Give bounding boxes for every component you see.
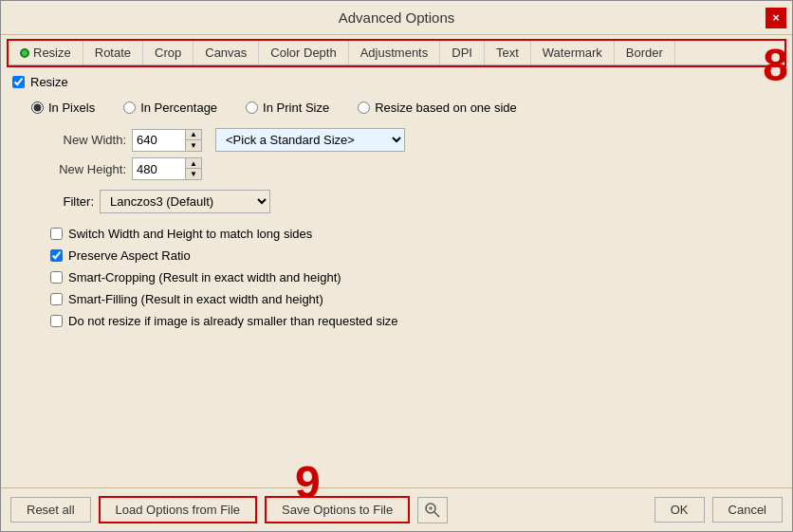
checkbox-row-preserve-aspect[interactable]: Preserve Aspect Ratio xyxy=(50,248,781,263)
title-bar: Advanced Options × xyxy=(1,1,792,35)
annotation-9: 9 xyxy=(295,456,321,508)
checkbox-no-resize-smaller[interactable] xyxy=(50,315,63,327)
tab-label-crop: Crop xyxy=(155,46,181,60)
checkbox-switch-width-height[interactable] xyxy=(50,228,63,240)
checkbox-label-smart-filling: Smart-Filling (Result in exact width and… xyxy=(68,292,323,306)
search-icon xyxy=(424,502,441,519)
tab-label-dpi: DPI xyxy=(452,46,472,60)
tab-watermark[interactable]: Watermark xyxy=(531,41,615,64)
tabs-container: ResizeRotateCropCanvasColor DepthAdjustm… xyxy=(7,39,786,67)
radio-label-in-pixels: In Pixels xyxy=(48,101,95,115)
checkbox-label-smart-cropping: Smart-Cropping (Result in exact width an… xyxy=(68,270,341,284)
tab-crop[interactable]: Crop xyxy=(143,41,194,64)
save-options-button[interactable]: Save Options to File xyxy=(265,496,410,523)
tab-border[interactable]: Border xyxy=(615,41,675,64)
width-spin-buttons: ▲ ▼ xyxy=(185,130,201,151)
tab-label-rotate: Rotate xyxy=(95,46,131,60)
checkbox-row-switch-width-height[interactable]: Switch Width and Height to match long si… xyxy=(50,227,781,241)
content-area: Resize In PixelsIn PercentageIn Print Si… xyxy=(1,67,792,487)
reset-all-button[interactable]: Reset all xyxy=(10,497,91,523)
cancel-button[interactable]: Cancel xyxy=(712,497,783,523)
width-row: New Width: ▲ ▼ <Pick a Standard Size> 80… xyxy=(50,128,781,152)
tab-label-border: Border xyxy=(626,46,663,60)
checkbox-label-switch-width-height: Switch Width and Height to match long si… xyxy=(68,227,312,241)
new-height-input[interactable] xyxy=(133,158,185,179)
filter-label: Filter: xyxy=(50,194,94,209)
standard-size-dropdown[interactable]: <Pick a Standard Size> 800x600 1024x768 … xyxy=(215,128,405,152)
tab-canvas[interactable]: Canvas xyxy=(194,41,259,64)
ok-button[interactable]: OK xyxy=(655,497,705,523)
width-input-group: ▲ ▼ xyxy=(132,129,202,152)
checkbox-preserve-aspect[interactable] xyxy=(50,249,63,262)
checkbox-smart-cropping[interactable] xyxy=(50,271,63,284)
radio-input-in-percentage[interactable] xyxy=(123,101,136,114)
radio-input-resize-one-side[interactable] xyxy=(358,101,370,114)
radio-option-in-print-size[interactable]: In Print Size xyxy=(246,101,329,115)
checkboxes-area: Switch Width and Height to match long si… xyxy=(50,227,781,328)
annotation-8: 8 xyxy=(763,39,788,91)
radio-label-in-print-size: In Print Size xyxy=(263,101,329,115)
tab-resize[interactable]: Resize xyxy=(9,41,83,64)
radio-option-in-percentage[interactable]: In Percentage xyxy=(123,101,217,115)
checkbox-row-smart-cropping[interactable]: Smart-Cropping (Result in exact width an… xyxy=(50,270,781,284)
tabs: ResizeRotateCropCanvasColor DepthAdjustm… xyxy=(9,41,784,65)
tab-dpi[interactable]: DPI xyxy=(440,41,485,64)
tab-rotate[interactable]: Rotate xyxy=(83,41,143,64)
dialog: Advanced Options × 8 ResizeRotateCropCan… xyxy=(0,0,793,532)
height-spin-buttons: ▲ ▼ xyxy=(185,158,201,179)
resize-radio-indicator xyxy=(20,48,29,58)
dialog-title: Advanced Options xyxy=(339,9,455,26)
close-button[interactable]: × xyxy=(765,8,786,28)
new-width-label: New Width: xyxy=(50,133,126,147)
filter-dropdown[interactable]: Lanczos3 (Default) Bilinear Bicubic Box … xyxy=(100,190,270,213)
resize-checkbox[interactable] xyxy=(12,76,25,88)
svg-line-1 xyxy=(434,512,439,517)
height-input-group: ▲ ▼ xyxy=(132,157,202,180)
checkbox-row-smart-filling[interactable]: Smart-Filling (Result in exact width and… xyxy=(50,292,781,306)
radio-option-in-pixels[interactable]: In Pixels xyxy=(31,101,95,115)
filter-row: Filter: Lanczos3 (Default) Bilinear Bicu… xyxy=(50,190,781,213)
tab-label-adjustments: Adjustments xyxy=(360,46,429,60)
tab-text[interactable]: Text xyxy=(485,41,531,64)
form-rows: New Width: ▲ ▼ <Pick a Standard Size> 80… xyxy=(50,128,781,180)
new-width-input[interactable] xyxy=(133,130,185,151)
bottom-bar: Reset all Load Options from File Save Op… xyxy=(1,487,792,531)
checkbox-smart-filling[interactable] xyxy=(50,293,63,305)
checkbox-label-no-resize-smaller: Do not resize if image is already smalle… xyxy=(68,314,398,328)
radio-option-resize-one-side[interactable]: Resize based on one side xyxy=(358,101,517,115)
resize-options: In PixelsIn PercentageIn Print SizeResiz… xyxy=(31,101,781,115)
width-spin-down[interactable]: ▼ xyxy=(186,140,201,151)
width-spin-up[interactable]: ▲ xyxy=(186,130,201,140)
checkbox-label-preserve-aspect: Preserve Aspect Ratio xyxy=(68,248,191,263)
radio-input-in-pixels[interactable] xyxy=(31,101,44,114)
standard-size-group: <Pick a Standard Size> 800x600 1024x768 … xyxy=(215,128,405,152)
tab-label-text: Text xyxy=(496,46,519,60)
tab-label-watermark: Watermark xyxy=(543,46,602,60)
new-height-label: New Height: xyxy=(50,162,126,176)
load-options-button[interactable]: Load Options from File xyxy=(99,496,258,523)
height-row: New Height: ▲ ▼ xyxy=(50,157,781,180)
search-icon-button[interactable] xyxy=(417,497,448,523)
tab-label-resize: Resize xyxy=(33,46,71,60)
height-spin-up[interactable]: ▲ xyxy=(186,158,201,169)
tab-label-canvas: Canvas xyxy=(205,46,247,60)
radio-label-resize-one-side: Resize based on one side xyxy=(375,101,517,115)
radio-label-in-percentage: In Percentage xyxy=(140,101,217,115)
height-spin-down[interactable]: ▼ xyxy=(186,169,201,179)
checkbox-row-no-resize-smaller[interactable]: Do not resize if image is already smalle… xyxy=(50,314,781,328)
resize-enable-row: Resize xyxy=(12,75,781,89)
tab-adjustments[interactable]: Adjustments xyxy=(349,41,441,64)
tab-color-depth[interactable]: Color Depth xyxy=(259,41,348,64)
resize-checkbox-label[interactable]: Resize xyxy=(30,75,68,89)
radio-input-in-print-size[interactable] xyxy=(246,101,258,114)
tab-label-color-depth: Color Depth xyxy=(270,46,336,60)
